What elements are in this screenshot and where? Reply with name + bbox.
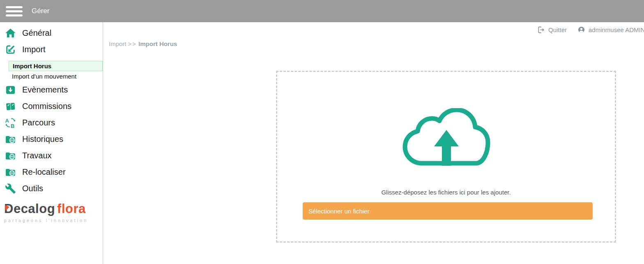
breadcrumb-parent[interactable]: Import bbox=[109, 40, 126, 47]
hamburger-menu-icon[interactable] bbox=[6, 4, 23, 19]
sidebar-item-label: Travaux bbox=[22, 151, 52, 160]
sidebar-item-label: Import bbox=[22, 45, 46, 54]
select-file-button[interactable]: Sélectionner un fichier bbox=[303, 202, 593, 220]
svg-text:B: B bbox=[11, 123, 14, 128]
books-icon bbox=[5, 101, 16, 112]
hamburger-bar bbox=[6, 6, 23, 8]
breadcrumb-separator: >> bbox=[128, 40, 137, 47]
wrench-icon bbox=[5, 183, 16, 194]
sidebar-item-label: Général bbox=[22, 28, 51, 38]
sidebar-item-commissions[interactable]: Commissions bbox=[0, 98, 103, 114]
sidebar-item-label: Outils bbox=[22, 184, 43, 193]
user-avatar-icon bbox=[577, 26, 585, 34]
sidebar-item-label: Re-localiser bbox=[22, 167, 66, 177]
topbar: Gérer bbox=[0, 0, 644, 22]
sidebar-item-travaux[interactable]: Travaux bbox=[0, 147, 103, 164]
main-content: Quitter adminmusee ADMINS Import>>Import… bbox=[104, 22, 644, 264]
sidebar-item-outils[interactable]: Outils bbox=[0, 180, 103, 197]
download-box-icon bbox=[5, 84, 16, 95]
cloud-upload-icon bbox=[397, 108, 495, 171]
ab-transfer-icon: A B bbox=[5, 117, 16, 128]
file-dropzone[interactable]: Glissez-déposez les fichiers ici pour le… bbox=[276, 71, 616, 243]
hamburger-bar bbox=[6, 10, 23, 12]
import-submenu: Import Horus Import d'un mouvement bbox=[0, 61, 103, 81]
sidebar-item-parcours[interactable]: A B Parcours bbox=[0, 114, 103, 131]
sidebar-item-label: Parcours bbox=[22, 118, 55, 127]
breadcrumb-current: Import Horus bbox=[138, 40, 177, 47]
svg-text:A: A bbox=[5, 117, 9, 123]
user-menu[interactable]: adminmusee ADMINS bbox=[577, 26, 644, 34]
folder-globe-icon bbox=[5, 134, 16, 145]
logo-brand-dark: Decalog bbox=[4, 201, 55, 216]
quit-button[interactable]: Quitter bbox=[537, 26, 567, 34]
home-icon bbox=[5, 28, 16, 39]
quit-label: Quitter bbox=[548, 26, 567, 33]
folder-globe-icon bbox=[5, 167, 16, 178]
sidebar-item-label: Historiques bbox=[22, 134, 63, 144]
import-arrow-icon bbox=[5, 44, 16, 55]
logo-brand-accent: flora bbox=[57, 201, 86, 216]
sidebar-item-historiques[interactable]: Historiques bbox=[0, 131, 103, 147]
decalog-flora-logo: Decalogflora partageons l'innovation bbox=[4, 201, 97, 223]
sidebar-item-general[interactable]: Général bbox=[0, 25, 103, 41]
sidebar-item-label: Evènements bbox=[22, 85, 68, 95]
logout-icon bbox=[537, 26, 545, 34]
sidebar-item-import[interactable]: Import bbox=[0, 41, 103, 58]
sidebar-item-evenements[interactable]: Evènements bbox=[0, 81, 103, 98]
app-title: Gérer bbox=[32, 7, 49, 15]
logo-tagline: partageons l'innovation bbox=[4, 218, 97, 223]
user-label: adminmusee ADMINS bbox=[589, 26, 644, 33]
folder-globe-icon bbox=[5, 150, 16, 161]
breadcrumb: Import>>Import Horus bbox=[109, 40, 177, 47]
hamburger-bar bbox=[6, 14, 23, 16]
sidebar: Général Import Import Horus Import d'un … bbox=[0, 22, 103, 264]
sidebar-item-relocaliser[interactable]: Re-localiser bbox=[0, 164, 103, 180]
dropzone-hint: Glissez-déposez les fichiers ici pour le… bbox=[277, 189, 615, 196]
sidebar-subitem-import-mouvement[interactable]: Import d'un mouvement bbox=[0, 71, 103, 81]
sidebar-subitem-import-horus[interactable]: Import Horus bbox=[9, 61, 103, 71]
header-actions: Quitter adminmusee ADMINS bbox=[537, 26, 644, 34]
sidebar-item-label: Commissions bbox=[22, 102, 71, 111]
